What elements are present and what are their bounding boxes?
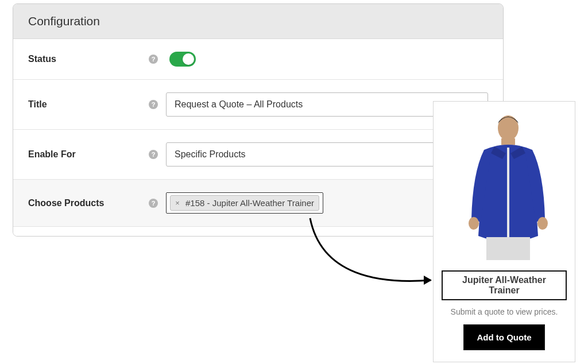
panel-title: Configuration (13, 4, 503, 39)
panel-footer (13, 227, 503, 236)
product-chip-input[interactable]: × #158 - Jupiter All-Weather Trainer (166, 192, 323, 214)
row-choose-products: Choose Products ? × #158 - Jupiter All-W… (13, 180, 503, 227)
help-icon[interactable]: ? (149, 55, 158, 64)
help-icon[interactable]: ? (149, 199, 158, 208)
svg-point-1 (498, 115, 519, 141)
help-icon[interactable]: ? (149, 100, 158, 109)
title-input-value: Request a Quote – All Products (175, 99, 303, 110)
product-subtitle: Submit a quote to view prices. (451, 307, 558, 316)
configuration-panel: Configuration Status ? Title ? Request a… (13, 3, 504, 237)
product-image (455, 110, 553, 265)
status-label: Status (28, 54, 56, 64)
status-toggle[interactable] (169, 52, 196, 67)
chip-remove-icon[interactable]: × (173, 199, 182, 208)
enable-for-value: Specific Products (175, 149, 246, 160)
toggle-knob (183, 53, 194, 65)
row-status: Status ? (13, 39, 503, 80)
chip-text: #158 - Jupiter All-Weather Trainer (185, 198, 314, 208)
svg-marker-0 (424, 276, 432, 285)
svg-point-4 (469, 217, 479, 230)
title-label: Title (28, 99, 47, 110)
choose-products-label: Choose Products (28, 198, 104, 208)
add-to-quote-button[interactable]: Add to Quote (465, 326, 544, 349)
help-icon[interactable]: ? (149, 150, 158, 159)
add-to-quote-wrap: Add to Quote (463, 324, 546, 350)
enable-for-label: Enable For (28, 149, 76, 160)
svg-rect-3 (507, 148, 509, 238)
row-title: Title ? Request a Quote – All Products (13, 80, 503, 130)
row-enable-for: Enable For ? Specific Products (13, 130, 503, 180)
product-title: Jupiter All-Weather Trainer (442, 270, 567, 300)
product-card: Jupiter All-Weather Trainer Submit a quo… (433, 101, 575, 362)
svg-rect-6 (486, 237, 530, 260)
product-chip: × #158 - Jupiter All-Weather Trainer (170, 195, 319, 211)
svg-point-5 (537, 217, 548, 230)
